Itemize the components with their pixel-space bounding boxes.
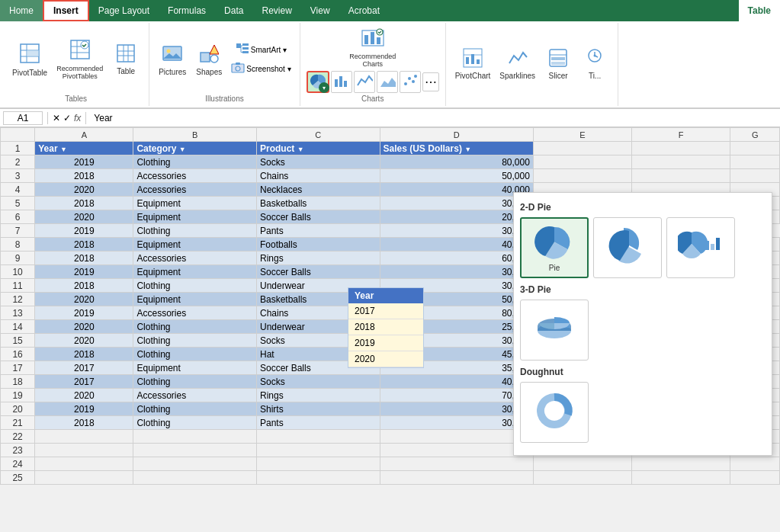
formula-check-icon[interactable]: ✕ — [53, 113, 60, 123]
shapes-icon — [199, 43, 219, 66]
sparklines-icon — [508, 48, 528, 70]
tab-page-layout[interactable]: Page Layout — [89, 0, 159, 21]
col-header-d[interactable]: D — [380, 128, 533, 142]
svg-marker-18 — [210, 45, 219, 54]
year-filter-popup: Year 2017 2018 2019 2020 — [348, 287, 424, 368]
screenshot-button[interactable]: Screenshot ▾ — [229, 60, 293, 78]
year-filter-2019[interactable]: 2019 — [348, 335, 423, 351]
pie-of-pie-preview — [678, 227, 724, 265]
col-header-c[interactable]: C — [256, 128, 380, 142]
screenshot-label: Screenshot ▾ — [246, 65, 290, 73]
ribbon-body: PivotTable RecommendedPivotTables Table … — [0, 21, 780, 108]
3d-pie-option[interactable] — [520, 300, 589, 361]
pie-chart-button[interactable]: ▾ — [307, 71, 329, 93]
pie-chart-preview — [531, 223, 577, 261]
recommended-pivot-button[interactable]: RecommendedPivotTables — [53, 37, 106, 82]
tab-data[interactable]: Data — [215, 0, 252, 21]
year-filter-2018[interactable]: 2018 — [348, 319, 423, 335]
svg-point-60 — [547, 404, 561, 418]
pie-label: Pie — [549, 264, 560, 272]
formula-input[interactable] — [91, 112, 777, 124]
tab-view[interactable]: View — [301, 0, 339, 21]
pivot-chart-button[interactable]: PivotChart — [452, 46, 494, 82]
scatter-chart-button[interactable] — [400, 71, 421, 93]
svg-rect-21 — [242, 43, 249, 46]
year-filter-title: Year — [348, 288, 423, 303]
more-charts-button[interactable]: ⋯ — [422, 72, 439, 91]
svg-point-40 — [408, 77, 411, 80]
svg-marker-38 — [380, 78, 396, 87]
formula-divider — [47, 112, 48, 124]
formula-cancel-icon[interactable]: ✓ — [63, 113, 71, 123]
svg-rect-32 — [371, 32, 374, 44]
svg-rect-50 — [551, 57, 565, 60]
tab-table[interactable]: Table — [739, 0, 780, 21]
area-chart-button[interactable] — [377, 71, 398, 93]
row-num-1: 1 — [1, 142, 35, 155]
bar-chart-button[interactable] — [331, 71, 352, 93]
pictures-button[interactable]: Pictures — [156, 42, 189, 78]
sparklines-button[interactable]: Sparklines — [496, 46, 538, 82]
pie-of-pie-option[interactable] — [666, 217, 735, 278]
svg-rect-45 — [466, 57, 469, 64]
illustrations-items: Pictures Shapes SmartArt ▾ — [156, 26, 294, 93]
cell-reference-input[interactable] — [3, 111, 43, 125]
tab-home[interactable]: Home — [0, 0, 43, 21]
tab-review[interactable]: Review — [252, 0, 300, 21]
col-header-g[interactable]: G — [730, 128, 780, 142]
pivot-table-button[interactable]: PivotTable — [9, 41, 50, 79]
svg-point-19 — [210, 55, 218, 62]
svg-rect-56 — [705, 241, 709, 250]
doughnut-option[interactable] — [520, 382, 589, 443]
svg-rect-33 — [377, 37, 380, 44]
screenshot-icon — [231, 62, 245, 76]
table-row: 1 Year ▼ Category ▼ Product ▼ Sales (US … — [1, 142, 780, 155]
header-category[interactable]: Category ▼ — [133, 142, 257, 155]
svg-rect-22 — [242, 47, 249, 50]
svg-rect-17 — [201, 53, 210, 62]
charts-group-label: Charts — [361, 95, 384, 103]
svg-rect-51 — [551, 62, 565, 65]
cell-f1[interactable] — [632, 142, 730, 155]
corner-header — [1, 128, 35, 142]
year-filter-2020[interactable]: 2020 — [348, 351, 423, 367]
col-header-e[interactable]: E — [533, 128, 631, 142]
col-header-f[interactable]: F — [632, 128, 730, 142]
tab-insert[interactable]: Insert — [43, 0, 89, 21]
exploded-pie-preview — [605, 227, 650, 265]
col-header-b[interactable]: B — [133, 128, 257, 142]
header-year[interactable]: Year ▼ — [35, 142, 133, 155]
svg-rect-10 — [117, 45, 134, 62]
svg-point-55 — [594, 54, 596, 56]
smart-art-button[interactable]: SmartArt ▾ — [229, 41, 293, 59]
table-icon — [117, 44, 135, 66]
tab-formulas[interactable]: Formulas — [159, 0, 215, 21]
shapes-button[interactable]: Shapes — [192, 42, 226, 78]
tab-acrobat[interactable]: Acrobat — [339, 0, 389, 21]
other-items: PivotChart Sparklines Slicer — [452, 26, 611, 101]
svg-rect-20 — [236, 43, 241, 48]
pie-chart-option[interactable]: Pie — [520, 217, 589, 278]
svg-rect-47 — [477, 59, 480, 64]
line-chart-button[interactable] — [354, 71, 375, 93]
timeline-button[interactable]: Ti... — [578, 46, 611, 82]
shapes-label: Shapes — [196, 68, 222, 76]
col-header-a[interactable]: A — [35, 128, 133, 142]
svg-rect-23 — [242, 51, 249, 53]
3d-pie-section-title: 3-D Pie — [520, 284, 766, 295]
cell-g1[interactable] — [730, 142, 780, 155]
slicer-button[interactable]: Slicer — [541, 46, 575, 82]
header-sales[interactable]: Sales (US Dollars) ▼ — [380, 142, 533, 155]
exploded-pie-option[interactable] — [593, 217, 662, 278]
timeline-icon — [586, 48, 603, 70]
cell-e1[interactable] — [533, 142, 631, 155]
recommended-charts-button[interactable]: RecommendedCharts — [342, 26, 403, 69]
timeline-label: Ti... — [589, 72, 601, 80]
year-filter-2017[interactable]: 2017 — [348, 303, 423, 319]
table-label: Table — [117, 67, 135, 75]
3d-pie-options — [520, 300, 766, 361]
table-button[interactable]: Table — [109, 43, 143, 77]
illustrations-group-label: Illustrations — [205, 95, 244, 103]
3d-pie-preview — [531, 309, 577, 348]
header-product[interactable]: Product ▼ — [256, 142, 380, 155]
